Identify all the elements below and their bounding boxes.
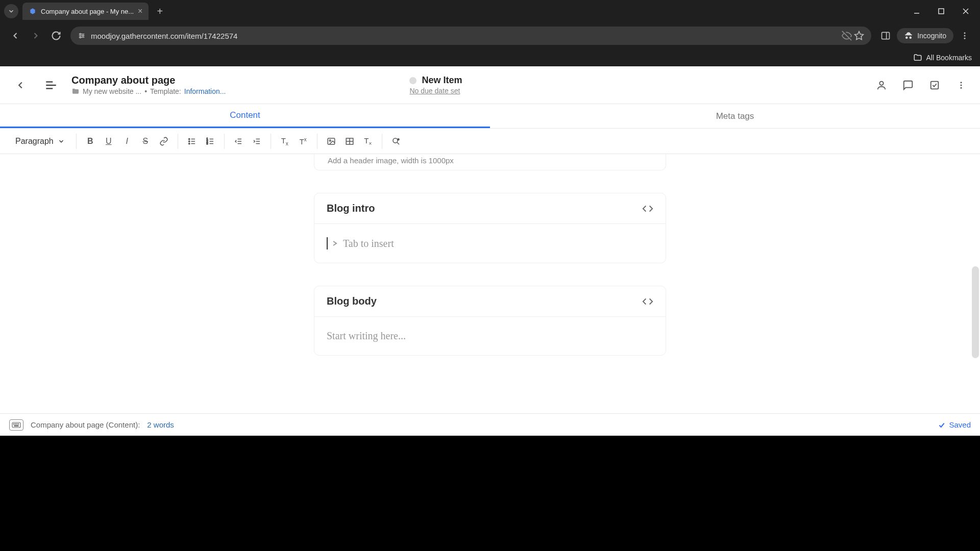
browser-tab[interactable]: Company about page - My ne... ×: [22, 3, 149, 20]
side-panel-icon[interactable]: [876, 27, 895, 45]
svg-text:3: 3: [206, 142, 208, 145]
clear-format-button[interactable]: T×: [359, 133, 377, 150]
numbered-list-button[interactable]: 123: [202, 133, 219, 150]
toolbar-divider: [382, 134, 382, 149]
bullet-list-button[interactable]: [183, 133, 201, 150]
breadcrumb-project[interactable]: My new website ...: [83, 87, 141, 95]
chevron-down-icon: [58, 138, 65, 145]
indent-button[interactable]: [248, 133, 265, 150]
more-button[interactable]: [952, 77, 970, 94]
svg-point-22: [961, 82, 962, 83]
incognito-badge[interactable]: Incognito: [897, 28, 953, 43]
window-maximize-icon[interactable]: [935, 5, 947, 17]
svg-point-9: [80, 37, 81, 38]
svg-rect-21: [931, 81, 939, 89]
italic-button[interactable]: I: [118, 133, 136, 150]
svg-point-14: [964, 32, 966, 34]
svg-point-54: [16, 423, 17, 424]
tab-close-icon[interactable]: ×: [138, 7, 142, 16]
app-back-button[interactable]: [10, 75, 31, 95]
browser-menu-icon[interactable]: [955, 27, 974, 45]
bookmark-star-icon[interactable]: [854, 31, 864, 41]
incognito-icon: [904, 31, 913, 40]
scrollbar-thumb[interactable]: [972, 266, 979, 358]
editor-canvas[interactable]: Add a header image, width is 1000px Blog…: [0, 154, 980, 413]
check-icon: [938, 421, 946, 429]
page-title: Company about page: [71, 74, 226, 86]
nav-reload-icon[interactable]: [47, 27, 65, 45]
tab-insert-icon: [332, 238, 339, 248]
favicon-icon: [29, 7, 37, 15]
browser-address-bar: moodjoy.gathercontent.com/item/17422574 …: [0, 22, 980, 49]
nav-forward-icon[interactable]: [27, 27, 45, 45]
toolbar-divider: [76, 134, 77, 149]
field-title: Blog intro: [327, 203, 375, 214]
status-bar: Company about page (Content): 2 words Sa…: [0, 413, 980, 436]
code-view-button[interactable]: [642, 203, 653, 214]
saved-indicator: Saved: [938, 420, 971, 429]
nav-back-icon[interactable]: [6, 27, 24, 45]
breadcrumb: My new website ... • Template: Informati…: [71, 87, 226, 95]
tab-content[interactable]: Content: [0, 104, 490, 128]
field-editor-intro[interactable]: Tab to insert: [314, 224, 666, 263]
svg-rect-12: [882, 32, 890, 39]
table-button[interactable]: [341, 133, 358, 150]
bold-button[interactable]: B: [82, 133, 99, 150]
window-minimize-icon[interactable]: [911, 5, 923, 17]
due-date-link[interactable]: No due date set: [409, 87, 462, 95]
word-count-link[interactable]: 2 words: [147, 420, 174, 429]
status-label[interactable]: New Item: [422, 75, 462, 86]
incognito-label: Incognito: [917, 32, 946, 40]
url-text: moodjoy.gathercontent.com/item/17422574: [91, 32, 237, 40]
bookmarks-bar: All Bookmarks: [0, 49, 980, 66]
browser-tab-bar: Company about page - My ne... × +: [0, 0, 980, 22]
folder-icon: [71, 87, 80, 95]
svg-point-15: [964, 35, 966, 37]
svg-marker-11: [855, 32, 864, 40]
image-button[interactable]: [323, 133, 340, 150]
keyboard-shortcuts-button[interactable]: [9, 419, 23, 431]
tasks-button[interactable]: [926, 77, 943, 94]
svg-point-16: [964, 38, 966, 39]
sidebar-toggle-button[interactable]: [41, 75, 61, 95]
status-context: Company about page (Content):: [31, 420, 140, 429]
tab-meta-tags[interactable]: Meta tags: [490, 104, 980, 128]
subscript-button[interactable]: Tx: [276, 133, 293, 150]
strikethrough-button[interactable]: S: [137, 133, 154, 150]
window-close-icon[interactable]: [960, 5, 972, 17]
account-button[interactable]: [873, 77, 890, 94]
format-select-label: Paragraph: [15, 137, 54, 146]
tab-search-dropdown[interactable]: [4, 4, 18, 18]
new-tab-button[interactable]: +: [153, 6, 167, 17]
toolbar-divider: [271, 134, 271, 149]
breadcrumb-template-link[interactable]: Information...: [184, 87, 226, 95]
svg-point-52: [13, 423, 14, 424]
field-title: Blog body: [327, 295, 377, 307]
underline-button[interactable]: U: [100, 133, 117, 150]
svg-point-20: [879, 81, 883, 85]
field-editor-body[interactable]: Start writing here...: [314, 317, 666, 355]
comments-button[interactable]: [899, 77, 917, 94]
svg-point-50: [398, 138, 399, 140]
body-placeholder: Start writing here...: [327, 330, 406, 342]
search-replace-button[interactable]: [387, 133, 405, 150]
all-bookmarks-link[interactable]: All Bookmarks: [926, 54, 972, 62]
svg-point-53: [15, 423, 15, 424]
outdent-button[interactable]: [230, 133, 247, 150]
status-dot-icon: [409, 77, 416, 84]
svg-point-8: [82, 35, 84, 37]
format-select[interactable]: Paragraph: [9, 134, 71, 149]
superscript-button[interactable]: Tx: [295, 133, 312, 150]
eye-off-icon[interactable]: [842, 31, 852, 41]
link-button[interactable]: [155, 133, 173, 150]
svg-point-25: [188, 138, 189, 139]
breadcrumb-template-label: Template:: [150, 87, 181, 95]
code-view-button[interactable]: [642, 296, 653, 307]
toolbar-divider: [178, 134, 178, 149]
text-cursor-icon: [327, 237, 328, 249]
folder-icon: [913, 53, 922, 62]
editor-toolbar: Paragraph B U I S 123 Tx Tx T×: [0, 129, 980, 154]
url-input[interactable]: moodjoy.gathercontent.com/item/17422574: [70, 27, 871, 45]
site-settings-icon[interactable]: [78, 32, 86, 40]
browser-chrome: Company about page - My ne... × + moodjo…: [0, 0, 980, 66]
